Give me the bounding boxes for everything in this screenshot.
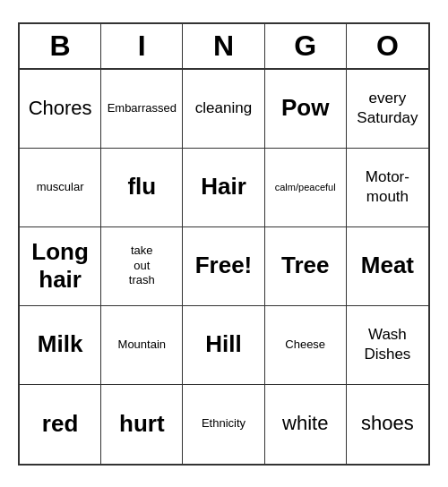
- cell-text: muscular: [37, 180, 84, 195]
- cell-text: Hill: [205, 330, 241, 358]
- cell-text: Cheese: [285, 337, 325, 353]
- cell-text: takeouttrash: [129, 244, 155, 289]
- bingo-cell: Hair: [183, 149, 264, 227]
- bingo-cell: Embarrassed: [101, 70, 183, 149]
- bingo-cell: WashDishes: [347, 306, 428, 385]
- cell-text: hurt: [119, 410, 165, 438]
- bingo-cell: Tree: [265, 227, 347, 306]
- bingo-card: BINGO ChoresEmbarrassedcleaningPoweveryS…: [18, 22, 430, 466]
- bingo-cell: Chores: [20, 70, 101, 149]
- cell-text: Pow: [281, 94, 329, 122]
- cell-text: Milk: [38, 330, 83, 358]
- bingo-cell: muscular: [20, 149, 101, 227]
- cell-text: Ethnicity: [202, 416, 246, 431]
- bingo-cell: Free!: [183, 227, 264, 306]
- cell-text: Tree: [281, 252, 330, 279]
- bingo-cell: Mountain: [101, 306, 183, 385]
- bingo-cell: Ethnicity: [183, 385, 264, 464]
- cell-text: Hair: [201, 173, 246, 201]
- cell-text: Embarrassed: [108, 101, 177, 116]
- cell-text: Motor-mouth: [366, 167, 409, 207]
- bingo-cell: Cheese: [265, 306, 347, 385]
- bingo-cell: flu: [101, 149, 183, 227]
- cell-text: red: [42, 410, 78, 438]
- header-letter: I: [101, 24, 183, 68]
- bingo-cell: calm/peaceful: [265, 149, 347, 227]
- cell-text: Free!: [195, 252, 253, 279]
- cell-text: calm/peaceful: [275, 181, 336, 193]
- cell-text: white: [282, 412, 328, 435]
- bingo-cell: Longhair: [20, 227, 101, 306]
- bingo-grid: ChoresEmbarrassedcleaningPoweverySaturda…: [20, 70, 428, 464]
- bingo-cell: Meat: [347, 227, 428, 306]
- cell-text: Longhair: [31, 238, 89, 294]
- cell-text: WashDishes: [364, 325, 410, 364]
- cell-text: Mountain: [118, 337, 166, 353]
- bingo-cell: everySaturday: [347, 70, 428, 149]
- bingo-cell: red: [20, 385, 101, 464]
- bingo-header: BINGO: [20, 24, 428, 70]
- cell-text: Meat: [361, 252, 414, 279]
- bingo-cell: Hill: [183, 306, 264, 385]
- header-letter: N: [183, 24, 264, 68]
- bingo-cell: Milk: [20, 306, 101, 385]
- bingo-cell: Motor-mouth: [347, 149, 428, 227]
- cell-text: everySaturday: [357, 89, 418, 128]
- bingo-cell: Pow: [265, 70, 347, 149]
- cell-text: cleaning: [195, 98, 252, 118]
- bingo-cell: takeouttrash: [101, 227, 183, 306]
- cell-text: shoes: [361, 412, 414, 435]
- bingo-cell: shoes: [347, 385, 428, 464]
- bingo-cell: white: [265, 385, 347, 464]
- bingo-cell: hurt: [101, 385, 183, 464]
- header-letter: O: [347, 24, 428, 68]
- header-letter: G: [265, 24, 347, 68]
- cell-text: flu: [127, 173, 156, 201]
- cell-text: Chores: [29, 97, 92, 120]
- bingo-cell: cleaning: [183, 70, 264, 149]
- header-letter: B: [20, 24, 101, 68]
